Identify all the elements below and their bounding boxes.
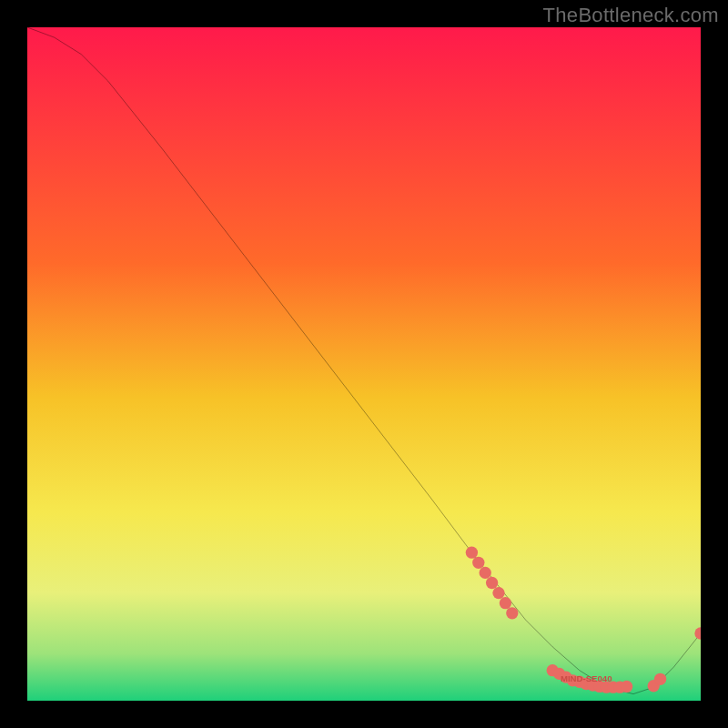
chart-plot [27,27,701,701]
chart-stage: TheBottleneck.com MIND-SE040 [0,0,728,728]
gradient-bg [27,27,701,701]
watermark-text: TheBottleneck.com [543,4,719,27]
